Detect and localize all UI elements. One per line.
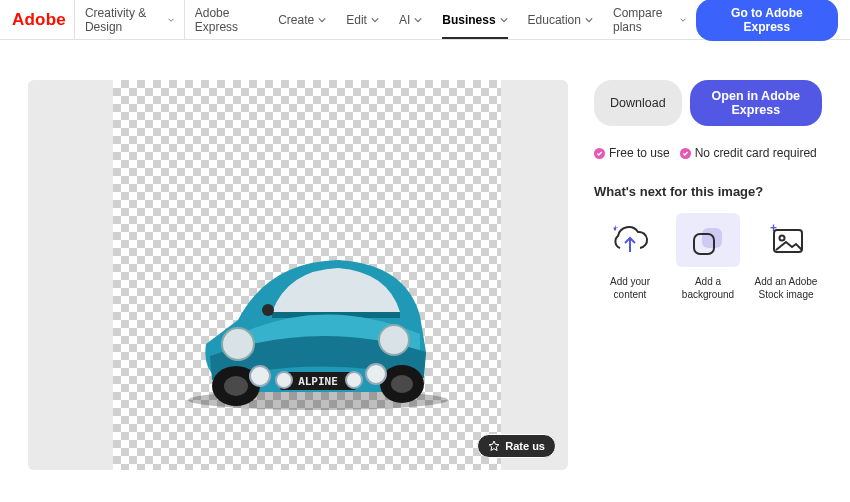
nav-create[interactable]: Create	[268, 0, 336, 39]
nav-items: Creativity & Design Adobe Express Create…	[74, 0, 696, 39]
side-panel: Download Open in Adobe Express Free to u…	[594, 80, 822, 470]
next-steps-cards: + Add your content Add a background	[594, 213, 822, 301]
go-to-adobe-express-button[interactable]: Go to Adobe Express	[696, 0, 838, 41]
nav-label: Create	[278, 13, 314, 27]
card-label: Add an Adobe Stock image	[750, 275, 822, 301]
svg-point-6	[222, 328, 254, 360]
card-add-content[interactable]: + Add your content	[594, 213, 666, 301]
svg-rect-14	[702, 228, 722, 248]
nav-adobe-express[interactable]: Adobe Express	[185, 0, 268, 39]
info-badges: Free to use No credit card required	[594, 146, 822, 160]
svg-point-11	[366, 364, 386, 384]
chevron-down-icon	[414, 16, 422, 24]
badge-text: Free to use	[609, 146, 670, 160]
image-plus-icon: +	[754, 213, 818, 267]
checkmark-icon	[594, 148, 605, 159]
badge-free: Free to use	[594, 146, 670, 160]
svg-point-12	[262, 304, 274, 316]
nav-creativity-design[interactable]: Creativity & Design	[74, 0, 185, 39]
main: ALPINE Rate us Download Open in Adobe E	[0, 40, 850, 480]
badge-text: No credit card required	[695, 146, 817, 160]
license-plate: ALPINE	[298, 375, 338, 388]
svg-point-5	[391, 375, 413, 393]
open-in-express-button[interactable]: Open in Adobe Express	[690, 80, 822, 126]
rate-us-button[interactable]: Rate us	[477, 434, 556, 458]
nav-label: Adobe Express	[195, 6, 258, 34]
nav-compare-plans[interactable]: Compare plans	[603, 0, 696, 39]
card-add-stock-image[interactable]: + Add an Adobe Stock image	[750, 213, 822, 301]
svg-point-9	[276, 372, 292, 388]
chevron-down-icon	[318, 16, 326, 24]
adobe-logo[interactable]: Adobe	[12, 10, 66, 30]
svg-point-18	[780, 236, 785, 241]
nav-label: Business	[442, 13, 495, 27]
top-nav: Adobe Creativity & Design Adobe Express …	[0, 0, 850, 40]
cloud-upload-icon: +	[598, 213, 662, 267]
card-label: Add your content	[594, 275, 666, 301]
nav-label: Education	[528, 13, 581, 27]
chevron-down-icon	[585, 16, 593, 24]
download-button[interactable]: Download	[594, 80, 682, 126]
svg-text:+: +	[613, 223, 618, 233]
nav-education[interactable]: Education	[518, 0, 603, 39]
chevron-down-icon	[680, 16, 686, 24]
card-label: Add a background	[672, 275, 744, 301]
checkmark-icon	[680, 148, 691, 159]
nav-edit[interactable]: Edit	[336, 0, 389, 39]
whats-next-heading: What's next for this image?	[594, 184, 822, 199]
nav-label: Compare plans	[613, 6, 676, 34]
nav-ai[interactable]: AI	[389, 0, 432, 39]
action-buttons: Download Open in Adobe Express	[594, 80, 822, 126]
nav-label: Creativity & Design	[85, 6, 164, 34]
rate-us-label: Rate us	[505, 440, 545, 452]
svg-point-10	[346, 372, 362, 388]
svg-point-3	[224, 376, 248, 396]
chevron-down-icon	[500, 16, 508, 24]
chevron-down-icon	[168, 16, 174, 24]
card-add-background[interactable]: Add a background	[672, 213, 744, 301]
nav-label: Edit	[346, 13, 367, 27]
nav-business[interactable]: Business	[432, 0, 517, 39]
badge-no-card: No credit card required	[680, 146, 817, 160]
chevron-down-icon	[371, 16, 379, 24]
star-icon	[488, 440, 500, 452]
result-canvas: ALPINE Rate us	[28, 80, 568, 470]
svg-point-7	[379, 325, 409, 355]
result-image: ALPINE	[168, 222, 468, 412]
background-icon	[676, 213, 740, 267]
svg-point-8	[250, 366, 270, 386]
nav-label: AI	[399, 13, 410, 27]
